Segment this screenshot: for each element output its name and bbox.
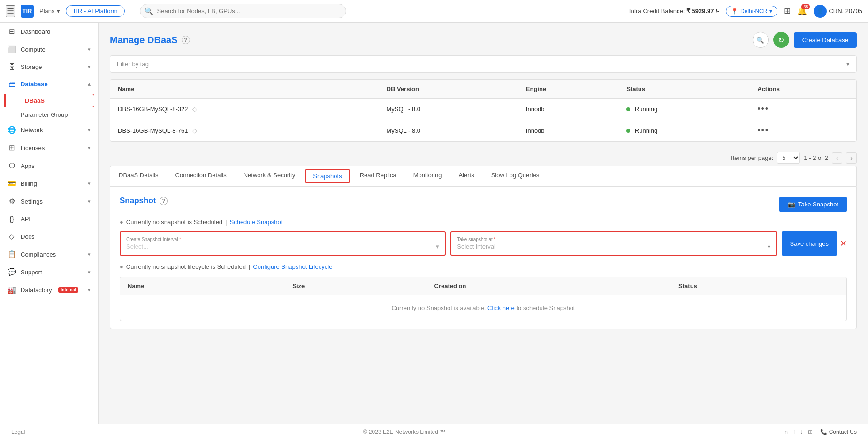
search-input[interactable]: [140, 4, 346, 18]
sidebar-sub-parameter-group[interactable]: Parameter Group: [0, 108, 98, 121]
snap-col-status: Status: [671, 277, 846, 295]
logo-text: TIR: [23, 8, 32, 15]
topnav: ☰ TIR Plans ▾ TIR - AI Platform 🔍 Infra …: [0, 0, 868, 23]
db-table: Name DB Version Engine Status Actions DB…: [110, 79, 857, 142]
tab-connection-details[interactable]: Connection Details: [167, 166, 235, 186]
sidebar-item-database[interactable]: 🗃 Database ▴: [0, 76, 98, 93]
platform-button[interactable]: TIR - AI Platform: [66, 5, 125, 17]
configure-lifecycle-link[interactable]: Configure Snapshot Lifecycle: [253, 263, 332, 270]
hamburger-menu[interactable]: ☰: [6, 5, 15, 17]
settings-icon: ⚙: [8, 197, 16, 205]
db-actions-cell[interactable]: •••: [750, 99, 856, 120]
sidebar-item-apps[interactable]: ⬡ Apps: [0, 157, 98, 174]
db-name-icon: ◇: [192, 127, 197, 134]
sidebar-item-datafactory[interactable]: 🏭 Datafactory Internal ▾: [0, 281, 98, 299]
tab-read-replica[interactable]: Read Replica: [351, 166, 405, 186]
db-actions-cell[interactable]: •••: [750, 120, 856, 142]
col-actions: Actions: [750, 80, 856, 99]
sidebar-item-storage[interactable]: 🗄 Storage ▾: [0, 58, 98, 76]
save-changes-button[interactable]: Save changes: [782, 231, 837, 256]
sidebar-item-api[interactable]: {} API: [0, 210, 98, 228]
interval-dropdown-arrow: ▾: [436, 243, 439, 250]
schedule-dot: ●: [120, 219, 123, 226]
grid-icon-button[interactable]: ⊞: [784, 6, 791, 16]
user-menu[interactable]: 👤 CRN. 20705: [814, 5, 862, 18]
sidebar: ⊟ Dashboard ⬜ Compute ▾ 🗄 Storage ▾ 🗃 Da…: [0, 23, 99, 424]
snapshot-header-row: Snapshot ? 📷 Take Snapshot: [120, 196, 847, 212]
schedule-snapshot-link[interactable]: Schedule Snapshot: [229, 219, 282, 226]
pagination-row: Items per page: 5 10 25 1 - 2 of 2 ‹ ›: [110, 148, 857, 166]
db-engine-cell: Innodb: [518, 99, 619, 120]
sidebar-item-network[interactable]: 🌐 Network ▾: [0, 121, 98, 139]
required-marker-2: *: [494, 237, 495, 242]
api-icon: {}: [8, 215, 16, 223]
create-snapshot-interval-field[interactable]: Create Snapshot Interval * Select... ▾: [120, 231, 446, 256]
user-label: CRN. 20705: [829, 8, 862, 15]
snapshot-title: Snapshot ?: [120, 196, 168, 205]
contact-us-button[interactable]: 📞 Contact Us: [820, 429, 857, 435]
sidebar-item-settings[interactable]: ⚙ Settings ▾: [0, 192, 98, 210]
sidebar-item-label: Licenses: [21, 144, 45, 152]
page-header-actions: 🔍 ↻ Create Database: [753, 32, 857, 48]
interval-form: Create Snapshot Interval * Select... ▾ T…: [120, 231, 847, 256]
tab-network-security[interactable]: Network & Security: [235, 166, 304, 186]
page-header: Manage DBaaS ? 🔍 ↻ Create Database: [110, 32, 857, 48]
take-snapshot-button[interactable]: 📷 Take Snapshot: [779, 197, 847, 212]
credit-balance: Infra Credit Balance: ₹ 5929.97 /-: [629, 8, 719, 15]
snapshot-help-icon[interactable]: ?: [160, 197, 168, 205]
sidebar-item-label: Docs: [21, 233, 35, 240]
filter-bar[interactable]: Filter by tag ▾: [110, 55, 857, 73]
sidebar-item-compliances[interactable]: 📋 Compliances ▾: [0, 245, 98, 263]
sidebar-item-compute[interactable]: ⬜ Compute ▾: [0, 40, 98, 58]
logo: TIR: [21, 5, 34, 18]
region-selector[interactable]: 📍 Delhi-NCR ▾: [726, 6, 777, 17]
table-row: DBS-16GB-MySQL-8-761 ◇ MySQL - 8.0 Innod…: [110, 120, 856, 142]
lifecycle-row: ● Currently no snapshot lifecycle is Sch…: [120, 263, 847, 270]
help-icon[interactable]: ?: [182, 36, 190, 44]
create-database-button[interactable]: Create Database: [794, 32, 857, 48]
compute-icon: ⬜: [8, 45, 16, 53]
refresh-button[interactable]: ↻: [773, 32, 789, 48]
search-button[interactable]: 🔍: [753, 32, 769, 48]
sidebar-item-label: Network: [21, 127, 43, 134]
footer-legal[interactable]: Legal: [11, 429, 25, 435]
pagination-prev[interactable]: ‹: [832, 152, 843, 164]
sidebar-item-billing[interactable]: 💳 Billing ▾: [0, 174, 98, 192]
db-name-cell: DBS-16GB-MySQL-8-322 ◇: [110, 99, 379, 120]
cancel-interval-button[interactable]: ✕: [840, 238, 847, 249]
sidebar-item-docs[interactable]: ◇ Docs: [0, 228, 98, 245]
sidebar-sub-dbaas[interactable]: DBaaS: [4, 94, 94, 107]
db-status-cell: Running: [619, 120, 750, 142]
take-snapshot-at-field[interactable]: Take snapshot at * Select interval ▾: [450, 231, 777, 256]
pagination-next[interactable]: ›: [846, 152, 857, 164]
plans-dropdown[interactable]: Plans ▾: [39, 8, 60, 15]
tab-snapshots[interactable]: Snapshots: [305, 169, 349, 183]
snap-col-created: Created on: [427, 277, 671, 295]
click-here-link[interactable]: Click here: [487, 304, 515, 311]
items-per-page-select[interactable]: 5 10 25: [777, 152, 800, 164]
tab-slow-log[interactable]: Slow Log Queries: [483, 166, 548, 186]
tab-alerts[interactable]: Alerts: [450, 166, 482, 186]
sidebar-item-support[interactable]: 💬 Support ▾: [0, 263, 98, 281]
sidebar-item-dashboard[interactable]: ⊟ Dashboard: [0, 23, 98, 40]
sidebar-item-licenses[interactable]: ⊞ Licenses ▾: [0, 139, 98, 157]
notification-badge: 35: [801, 4, 810, 9]
apps-icon: ⬡: [8, 161, 16, 170]
sidebar-item-label: API: [21, 215, 30, 222]
plans-arrow: ▾: [57, 8, 60, 15]
no-snapshot-message: Currently no Snapshot is available. Clic…: [120, 295, 846, 321]
notifications-button[interactable]: 🔔 35: [797, 6, 807, 16]
docs-icon: ◇: [8, 232, 16, 241]
db-name-icon: ◇: [192, 106, 197, 113]
linkedin-icon[interactable]: in: [784, 429, 788, 435]
region-icon: 📍: [731, 8, 738, 15]
twitter-icon[interactable]: t: [800, 429, 802, 435]
lifecycle-status-text: Currently no snapshot lifecycle is Sched…: [126, 263, 246, 270]
rss-icon[interactable]: ⊞: [808, 429, 813, 435]
db-status-cell: Running: [619, 99, 750, 120]
tab-monitoring[interactable]: Monitoring: [405, 166, 450, 186]
facebook-icon[interactable]: f: [793, 429, 795, 435]
schedule-separator: |: [225, 219, 227, 226]
tab-dbaas-details[interactable]: DBaaS Details: [110, 166, 167, 186]
sidebar-item-label: Dashboard: [21, 28, 51, 35]
